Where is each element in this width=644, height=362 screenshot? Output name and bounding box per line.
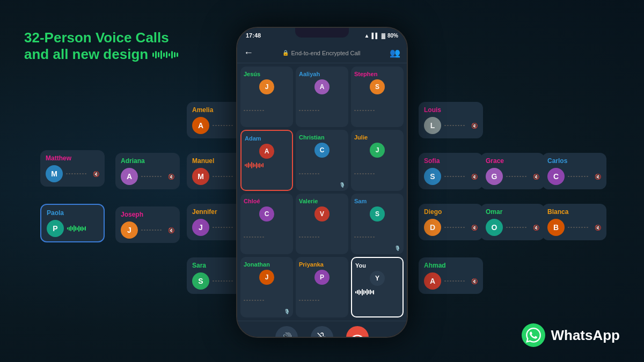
bg-mute-icon: 🔇	[533, 174, 539, 180]
bg-avatar: C	[547, 168, 565, 185]
bg-mute-icon: 🔇	[471, 225, 478, 231]
mute-icon: 🎙️	[394, 246, 400, 251]
bg-card-bottom: A🔇	[121, 168, 174, 185]
participant-card: PriyankaP	[296, 257, 348, 317]
bg-mute-icon: 🔇	[595, 174, 601, 180]
bg-participant-card: PaolaP	[40, 204, 105, 242]
phone-notch	[295, 28, 349, 38]
bg-mute-icon: 🔇	[471, 174, 478, 180]
bg-mute-icon: 🔇	[533, 225, 539, 231]
participant-avatar: J	[259, 79, 274, 94]
bg-mute-icon: 🔇	[471, 278, 478, 284]
bg-participant-name: Diego	[424, 208, 478, 216]
participant-card: StephenS	[351, 67, 404, 127]
participant-name: Priyanka	[299, 261, 345, 268]
participant-name: Sam	[354, 198, 400, 204]
bg-participant-card: CarlosC🔇	[542, 153, 606, 189]
battery-percent: 80%	[387, 33, 398, 39]
bg-participant-name: Grace	[486, 157, 539, 165]
bg-participant-card: AhmadA🔇	[419, 257, 483, 294]
speaker-button[interactable]: 🔊	[275, 326, 298, 338]
bg-participant-name: Paola	[47, 209, 98, 217]
bg-avatar: A	[121, 168, 138, 185]
bg-participant-name: Blanca	[547, 208, 601, 216]
bg-participant-card: JosephJ🔇	[115, 206, 180, 243]
participant-name: Valerie	[299, 198, 345, 204]
lock-icon: 🔒	[282, 50, 289, 56]
bg-card-bottom: J🔇	[121, 221, 174, 239]
bg-card-bottom: O🔇	[486, 219, 539, 236]
bg-waveform	[67, 224, 86, 233]
participant-name: You	[355, 262, 399, 269]
participant-card: JulieJ	[351, 130, 404, 190]
bg-avatar: A	[192, 117, 209, 134]
participant-avatar: C	[259, 206, 274, 221]
call-grid: JesúsJAaliyahAStephenSAdamAChristianC🎙️J…	[237, 63, 407, 321]
participant-avatar: V	[314, 206, 330, 221]
bg-mute-icon: 🔇	[168, 174, 174, 180]
bg-avatar: M	[192, 168, 209, 185]
bg-avatar: J	[121, 221, 138, 239]
call-title: 🔒 End-to-end Encrypted Call	[258, 50, 385, 56]
bg-mute-icon: 🔇	[471, 123, 478, 129]
participant-card: JonathanJ🎙️	[240, 257, 293, 317]
participant-avatar: C	[314, 143, 330, 158]
participant-card: YouY	[351, 257, 404, 317]
bg-avatar: A	[424, 272, 441, 290]
participant-avatar: P	[314, 270, 330, 285]
participant-card: AdamA	[240, 130, 293, 190]
speaking-waveform	[355, 288, 399, 297]
participant-card: ValerieV	[296, 194, 348, 254]
bg-avatar: B	[547, 219, 565, 236]
bg-avatar: O	[486, 219, 503, 236]
participant-name: Aaliyah	[299, 71, 345, 77]
participant-card: ChristianC🎙️	[296, 130, 348, 190]
bg-participant-card: AdrianaA🔇	[115, 153, 180, 189]
svg-line-0	[318, 333, 327, 338]
mute-icon: 🎙️	[284, 309, 290, 314]
bg-mute-icon: 🔇	[595, 225, 601, 231]
participant-name: Christian	[299, 134, 345, 141]
end-call-button[interactable]	[346, 326, 369, 338]
back-button[interactable]: ←	[244, 47, 253, 58]
phone-mockup: 17:48 ▲ ▌▌ ▓ 80% ← 🔒 End-to-end Encrypte…	[236, 27, 408, 338]
bg-avatar: G	[486, 168, 503, 185]
participant-avatar: J	[370, 143, 385, 158]
participant-name: Chloé	[244, 198, 290, 204]
participant-card: ChloéC	[240, 194, 293, 254]
participant-card: JesúsJ	[240, 67, 293, 127]
bg-participant-name: Matthew	[46, 154, 99, 162]
bg-card-bottom: A🔇	[424, 272, 478, 290]
battery-icon: ▓	[382, 33, 385, 39]
bg-card-bottom: B🔇	[547, 219, 601, 236]
mute-button[interactable]	[311, 326, 333, 338]
bg-participant-name: Ahmad	[424, 262, 478, 269]
bg-participant-name: Sofia	[424, 157, 478, 165]
bg-avatar: M	[46, 165, 63, 182]
bg-mute-icon: 🔇	[168, 227, 174, 233]
participant-name: Adam	[245, 135, 289, 142]
bg-avatar: J	[192, 219, 209, 236]
bg-avatar: D	[424, 219, 441, 236]
bg-participant-card: MatthewM🔇	[40, 150, 105, 187]
bg-participant-card: BlancaB🔇	[542, 204, 606, 240]
participant-name: Jesús	[244, 71, 290, 77]
bg-avatar: S	[192, 272, 209, 290]
bg-card-bottom: C🔇	[547, 168, 601, 185]
bg-participant-name: Omar	[486, 208, 539, 216]
bg-card-bottom: G🔇	[486, 168, 539, 185]
bg-mute-icon: 🔇	[93, 171, 99, 177]
bg-card-bottom: D🔇	[424, 219, 478, 236]
bg-participant-name: Adriana	[121, 157, 174, 165]
bg-card-bottom: S🔇	[424, 168, 478, 185]
participant-avatar: A	[314, 79, 330, 94]
add-participant-icon[interactable]: 👥	[390, 48, 400, 58]
time: 17:48	[246, 32, 261, 39]
bg-avatar: L	[424, 117, 441, 134]
bg-avatar: P	[47, 220, 64, 237]
participant-avatar: J	[259, 270, 274, 285]
status-icons: ▲ ▌▌ ▓ 80%	[364, 33, 398, 39]
bg-participant-card: DiegoD🔇	[419, 204, 483, 240]
participant-avatar: A	[259, 144, 274, 159]
wifi-icon: ▲	[364, 33, 370, 39]
